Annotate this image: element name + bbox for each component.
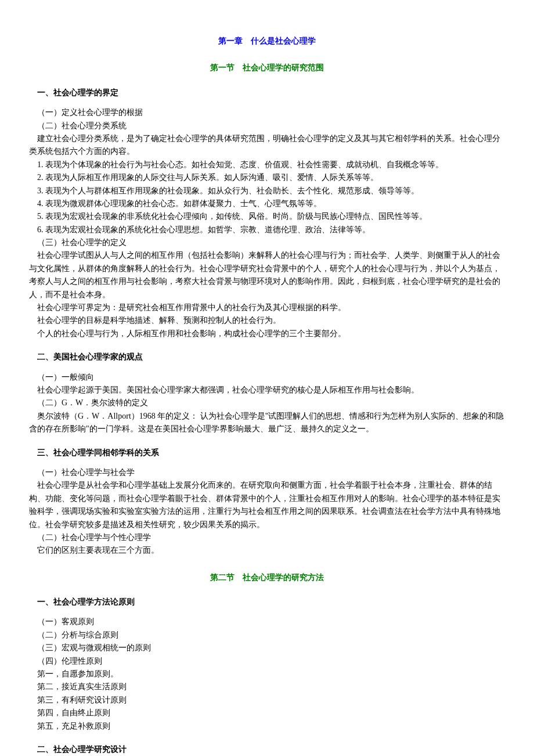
body-text: （四）伦理性原则 (29, 655, 505, 668)
body-text: 第二，接近真实生活原则 (29, 681, 505, 693)
body-text: 2. 表现为人际相互作用现象的人际交往与人际关系。如人际沟通、吸引、爱情、人际关… (29, 171, 505, 184)
body-text: 社会心理学是从社会学和心理学基础上发展分化而来的。在研究取向和侧重方面，社会学着… (29, 479, 505, 531)
body-text: 社会心理学的目标是科学地描述、解释、预测和控制人的社会行为。 (29, 314, 505, 327)
heading-2-1: 一、社会心理学方法论原则 (29, 596, 505, 609)
section-1-title: 第一节 社会心理学的研究范围 (29, 62, 505, 74)
heading-2-2: 二、社会心理学研究设计 (29, 743, 505, 756)
body-text: 社会心理学可界定为：是研究社会相互作用背景中人的社会行为及其心理根据的科学。 (29, 301, 505, 314)
body-text: （一）定义社会心理学的根据 (29, 106, 505, 119)
heading-1-1: 一、社会心理学的界定 (29, 87, 505, 99)
body-text: 3. 表现为个人与群体相互作用现象的社会现象。如从众行为、社会助长、去个性化、规… (29, 185, 505, 197)
body-text: （二）分析与综合原则 (29, 629, 505, 642)
body-text: （二）社会心理学与个性心理学 (29, 531, 505, 544)
heading-1-2: 二、美国社会心理学家的观点 (29, 351, 505, 363)
body-text: 第三，有利研究设计原则 (29, 694, 505, 707)
body-text: 个人的社会心理与行为，人际相互作用和社会影响，构成社会心理学的三个主要部分。 (29, 327, 505, 340)
body-text: （二）G．W．奥尔波特的定义 (29, 397, 505, 409)
chapter-title: 第一章 什么是社会心理学 (29, 35, 505, 48)
body-text: 6. 表现为宏观社会现象的系统化社会心理思想。如哲学、宗教、道德伦理、政治、法律… (29, 224, 505, 236)
body-text: （一）社会心理学与社会学 (29, 466, 505, 479)
body-text: （二）社会心理分类系统 (29, 120, 505, 132)
body-text: （三）社会心理学的定义 (29, 236, 505, 249)
body-text: 第一，自愿参加原则。 (29, 668, 505, 681)
body-text: 第四，自由终止原则 (29, 707, 505, 719)
body-text: 社会心理学起源于美国。美国社会心理学家大都强调，社会心理学研究的核心是人际相互作… (29, 384, 505, 397)
body-text: （一）一般倾向 (29, 371, 505, 384)
heading-1-3: 三、社会心理学同相邻学科的关系 (29, 447, 505, 459)
body-text: 第五，充足补救原则 (29, 720, 505, 733)
body-text: 奥尔波特（G．W．Allport）1968 年的定义： 认为社会心理学是"试图理… (29, 410, 505, 436)
body-text: 5. 表现为宏观社会现象的非系统化社会心理倾向，如传统、风俗。时尚。阶级与民族心… (29, 210, 505, 223)
body-text: （三）宏观与微观相统一的原则 (29, 642, 505, 654)
body-text: 它们的区别主要表现在三个方面。 (29, 544, 505, 557)
section-2-title: 第二节 社会心理学的研究方法 (29, 571, 505, 584)
body-text: 社会心理学试图从人与人之间的相互作用（包括社会影响）来解释人的社会心理与行为；而… (29, 249, 505, 301)
body-text: 4. 表现为微观群体心理现象的社会心态。如群体凝聚力、士气、心理气氛等等。 (29, 197, 505, 210)
body-text: 1. 表现为个体现象的社会行为与社会心态。如社会知觉、态度、价值观、社会性需要、… (29, 159, 505, 171)
body-text: 建立社会心理分类系统，是为了确定社会心理学的具体研究范围，明确社会心理学的定义及… (29, 132, 505, 159)
body-text: （一）客观原则 (29, 615, 505, 628)
